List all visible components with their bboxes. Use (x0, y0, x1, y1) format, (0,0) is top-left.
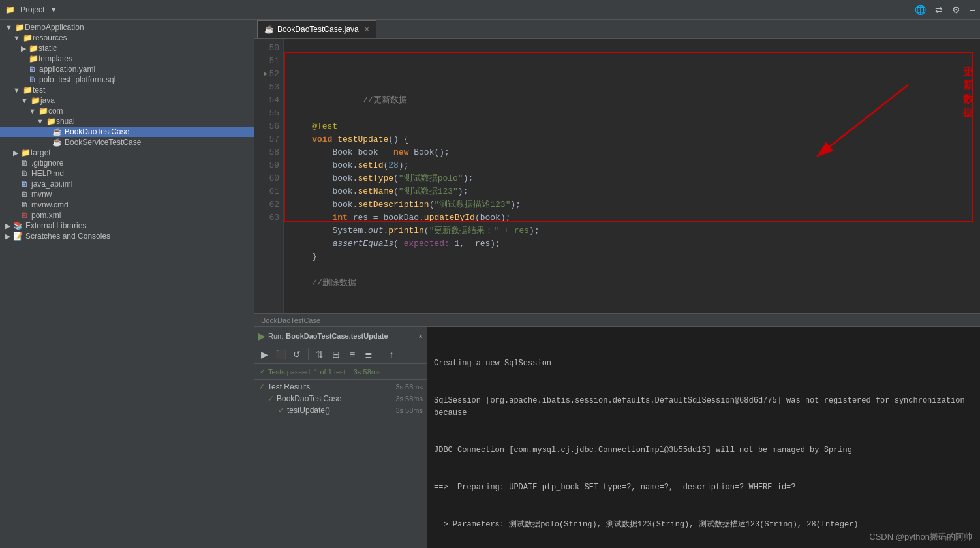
tree-mvnw-cmd[interactable]: ▶ 🗎 mvnw.cmd (0, 200, 254, 210)
test-status-bar: ✓ Tests passed: 1 of 1 test – 3s 58ms (254, 364, 427, 380)
test-result-root[interactable]: ✓ Test Results 3s 58ms (254, 381, 427, 393)
run-filter-btn[interactable]: ⊟ (329, 347, 343, 361)
status-check-icon: ✓ (260, 367, 266, 376)
code-line-50: //更新数据 (343, 95, 407, 105)
tree-root[interactable]: ▼ 📁 DemoApplication (0, 22, 254, 33)
code-line-61: assertEquals( expected: 1, res); (292, 239, 500, 249)
project-tree: ▼ 📁 DemoApplication ▼ 📁 resources ▶ 📁 s (0, 20, 254, 548)
run-label: Run: (268, 332, 283, 340)
top-toolbar: 📁 Project ▼ 🌐 ⇄ ⚙ – (0, 0, 980, 20)
code-content[interactable]: //更新数据 @Test void testUpdate() { Book bo… (284, 39, 980, 326)
tree-external-libs[interactable]: ▶ 📚 External Libraries (0, 221, 254, 231)
run-test-name: BookDaoTestCase.testUpdate (286, 332, 388, 340)
test-result-class[interactable]: ✓ BookDaoTestCase 3s 58ms (254, 393, 427, 404)
test-status-text: Tests passed: 1 of 1 test – 3s 58ms (268, 368, 380, 376)
run-collapse-btn[interactable]: ≣ (361, 347, 376, 361)
console-line-5: ==> Parameters: 测试数据polo(String), 测试数据12… (434, 519, 973, 531)
toolbar-minus-icon: – (970, 5, 975, 15)
code-line-57: book.setName("测试数据123"); (292, 187, 468, 196)
tree-shuai[interactable]: ▼ 📁 shuai (0, 116, 254, 127)
test-method-label: testUpdate() (287, 406, 330, 415)
run-rerun-btn[interactable]: ↺ (290, 347, 304, 361)
tree-iml[interactable]: ▶ 🗎 java_api.iml (0, 179, 254, 189)
bottom-panel: ▶ Run: BookDaoTestCase.testUpdate × ▶ ⬛ … (254, 326, 980, 548)
run-header: ▶ Run: BookDaoTestCase.testUpdate × (254, 327, 427, 344)
tree-gitignore[interactable]: ▶ 🗎 .gitignore (0, 158, 254, 168)
tree-test[interactable]: ▼ 📁 test (0, 85, 254, 95)
test-class-label: BookDaoTestCase (277, 394, 341, 403)
code-line-54: Book book = new Book(); (292, 147, 450, 157)
code-line-52: @Test (292, 121, 337, 131)
code-line-58: book.setDescription("测试数据描述123"); (292, 200, 521, 209)
toolbar-gear-icon: ⚙ (952, 5, 960, 15)
console-output[interactable]: Creating a new SqlSession SqlSession [or… (427, 327, 980, 548)
tree-scratches[interactable]: ▶ 📝 Scratches and Consoles (0, 231, 254, 241)
tree-help-md[interactable]: ▶ 🗎 HELP.md (0, 168, 254, 179)
project-label: Project (20, 5, 44, 14)
test-results-tree: ✓ Test Results 3s 58ms ✓ BookDaoTestCase… (254, 380, 427, 548)
code-line-56: book.setType("测试数据polo"); (292, 174, 473, 183)
run-close-icon[interactable]: × (419, 332, 423, 340)
code-line-64: //删除数据 (292, 278, 356, 288)
tab-close-icon[interactable]: × (365, 25, 369, 34)
run-play-btn[interactable]: ▶ (257, 347, 271, 361)
tree-templates[interactable]: ▶ 📁 templates (0, 53, 254, 64)
tree-java[interactable]: ▼ 📁 java (0, 95, 254, 106)
tree-mvnw[interactable]: ▶ 🗎 mvnw (0, 189, 254, 200)
console-line-1: Creating a new SqlSession (434, 358, 973, 370)
editor-tabs: ☕ BookDaoTestCase.java × (254, 20, 980, 39)
run-toolbar: ▶ ⬛ ↺ ⇅ ⊟ ≡ ≣ ↑ (254, 344, 427, 364)
watermark: CSDN @python搬码的阿帅 (869, 531, 972, 543)
editor-tab-active[interactable]: ☕ BookDaoTestCase.java × (257, 20, 376, 38)
code-line-62: } (292, 252, 317, 262)
project-icon: 📁 (5, 5, 15, 14)
run-up-btn[interactable]: ↑ (384, 347, 399, 361)
sidebar: ▼ 📁 DemoApplication ▼ 📁 resources ▶ 📁 s (0, 20, 254, 548)
run-expand-btn[interactable]: ≡ (345, 347, 360, 361)
tree-book-service-test[interactable]: ▶ ☕ BookServiceTestCase (0, 137, 254, 147)
run-stop-btn[interactable]: ⬛ (273, 347, 288, 361)
code-line-55: book.setId(28); (292, 160, 408, 170)
tree-target[interactable]: ▶ 📁 target (0, 147, 254, 158)
tree-com[interactable]: ▼ 📁 com (0, 106, 254, 116)
code-line-53: void testUpdate() { (292, 134, 408, 144)
tree-resources[interactable]: ▼ 📁 resources (0, 33, 254, 43)
console-line-3: JDBC Connection [com.mysql.cj.jdbc.Conne… (434, 444, 973, 457)
dropdown-icon[interactable]: ▼ (50, 5, 57, 14)
tree-sql-file[interactable]: ▶ 🗎 polo_test_platform.sql (0, 74, 254, 85)
tree-application-yaml[interactable]: ▶ 🗎 application.yaml (0, 64, 254, 74)
test-root-label: Test Results (268, 382, 310, 391)
right-panel: ☕ BookDaoTestCase.java × 50 51 ▶52 53 54… (254, 20, 980, 548)
run-icon: ▶ (258, 331, 266, 341)
line-numbers: 50 51 ▶52 53 54 55 56 57 58 59 60 61 62 (254, 39, 284, 326)
toolbar-globe-icon: 🌐 (915, 5, 926, 15)
editor-bottom-bar: BookDaoTestCase (254, 313, 980, 326)
tree-pom-xml[interactable]: ▶ 🗎 pom.xml (0, 210, 254, 221)
code-line-59: int res = bookDao.updateById(book); (292, 213, 510, 222)
code-line-60: System.out.println("更新数据结果：" + res); (292, 226, 540, 236)
console-line-4: ==> Preparing: UPDATE ptp_book SET type=… (434, 481, 973, 494)
run-sort-btn[interactable]: ⇅ (313, 347, 327, 361)
console-panel: Creating a new SqlSession SqlSession [or… (427, 327, 980, 548)
code-editor: 50 51 ▶52 53 54 55 56 57 58 59 60 61 62 (254, 39, 980, 326)
toolbar-split-icon: ⇄ (935, 5, 943, 15)
tree-book-dao-test[interactable]: ▶ ☕ BookDaoTestCase (0, 127, 254, 137)
test-panel: ▶ Run: BookDaoTestCase.testUpdate × ▶ ⬛ … (254, 327, 427, 548)
editor-file-label: BookDaoTestCase (261, 316, 320, 324)
console-line-2: SqlSession [org.apache.ibatis.session.de… (434, 395, 973, 419)
test-result-method[interactable]: ✓ testUpdate() 3s 58ms (254, 404, 427, 416)
tree-static[interactable]: ▶ 📁 static (0, 43, 254, 53)
